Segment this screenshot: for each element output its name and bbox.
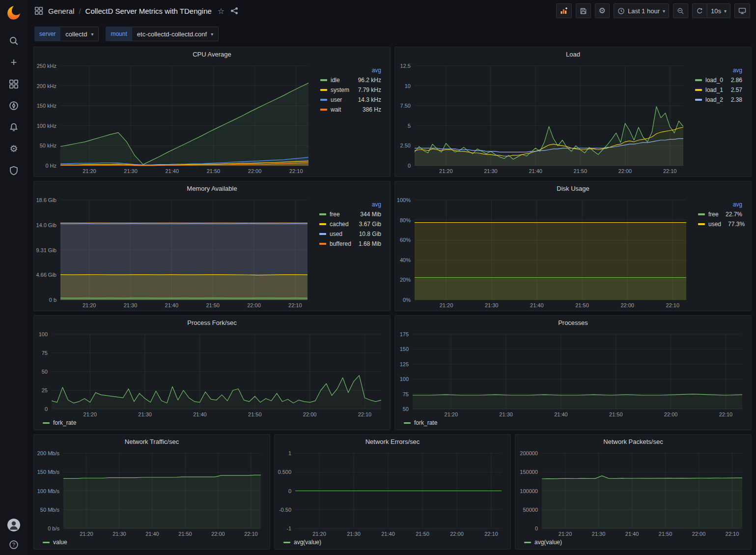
legend-item: free344 Mib: [314, 209, 385, 219]
svg-text:22:00: 22:00: [211, 531, 225, 537]
share-icon[interactable]: [230, 7, 238, 15]
sidebar: + ⚙: [0, 0, 28, 555]
grafana-logo-icon[interactable]: [5, 5, 22, 22]
chart-load[interactable]: 21:2021:3021:4021:5022:0022:1002.5057.50…: [396, 61, 690, 175]
chart-memory-available[interactable]: 21:2021:3021:4021:5022:0022:100 b4.66 Gi…: [35, 195, 314, 310]
legend-series-name: fork_rate: [414, 419, 437, 426]
chart-network-packets[interactable]: 21:2021:3021:4021:5022:0022:100500001000…: [516, 448, 749, 538]
panel-title[interactable]: Network Errors/sec: [275, 435, 510, 448]
panel-title[interactable]: Disk Usage: [395, 181, 751, 195]
chart-processes[interactable]: 21:2021:3021:4021:5022:0022:105075100125…: [396, 329, 749, 419]
svg-text:50000: 50000: [523, 507, 538, 513]
legend-item[interactable]: fork_rate: [404, 419, 437, 426]
legend-series-name[interactable]: free: [330, 211, 340, 218]
legend-series-name[interactable]: buffered: [330, 240, 351, 247]
chevron-down-icon: ▾: [724, 8, 727, 14]
svg-text:10: 10: [405, 83, 411, 89]
svg-text:22:00: 22:00: [618, 168, 632, 174]
search-icon[interactable]: [8, 35, 19, 46]
legend-series-name[interactable]: load_2: [705, 96, 723, 103]
svg-text:150: 150: [400, 346, 409, 352]
cycle-view-mode-button[interactable]: [734, 3, 750, 18]
chart-network-errors[interactable]: 21:2021:3021:4021:5022:0022:10-1-0.5000.…: [276, 448, 508, 538]
svg-text:21:20: 21:20: [439, 168, 453, 174]
legend-item[interactable]: avg(value): [524, 539, 562, 546]
legend-series-name[interactable]: load_1: [705, 87, 723, 93]
time-range-picker[interactable]: Last 1 hour ▾: [614, 3, 669, 18]
panel-title[interactable]: CPU Average: [34, 47, 390, 61]
variable-value-dropdown[interactable]: etc-collectd-collectd.conf ▾: [132, 27, 219, 41]
legend-series-name[interactable]: used: [708, 221, 721, 228]
variable-value-dropdown[interactable]: collectd ▾: [60, 27, 99, 41]
svg-text:21:50: 21:50: [574, 168, 588, 174]
svg-text:22:00: 22:00: [692, 531, 706, 537]
panel-title[interactable]: Memory Available: [34, 181, 390, 195]
svg-text:100 Mb/s: 100 Mb/s: [37, 488, 60, 494]
create-icon[interactable]: +: [8, 57, 19, 68]
zoom-out-button[interactable]: [673, 3, 688, 18]
chevron-down-icon: ▾: [663, 8, 665, 14]
svg-text:9.31 Gib: 9.31 Gib: [36, 247, 56, 253]
legend-swatch: [320, 109, 327, 111]
legend-series-name[interactable]: load_0: [705, 77, 723, 84]
svg-text:21:40: 21:40: [625, 531, 639, 537]
legend-series-name: avg(value): [294, 539, 321, 546]
chart-disk-usage[interactable]: 21:2021:3021:4021:5022:0022:100%20%40%60…: [396, 195, 693, 310]
chart-cpu-average[interactable]: 21:2021:3021:4021:5022:0022:100 Hz50 kHz…: [35, 61, 315, 175]
panel-title[interactable]: Processes: [395, 316, 751, 329]
dashboard-settings-button[interactable]: ⚙: [595, 3, 610, 18]
legend-series-value: 2.38: [731, 96, 742, 103]
legend: fork_rate: [396, 419, 749, 429]
configuration-gear-icon[interactable]: ⚙: [8, 144, 19, 154]
panel-title[interactable]: Network Traffic/sec: [34, 435, 270, 448]
sidebar-menu: + ⚙: [8, 35, 19, 176]
dashboard-title[interactable]: CollectD Server Metrics with TDengine: [85, 7, 212, 15]
legend-series-name[interactable]: user: [331, 96, 342, 103]
legend-item[interactable]: avg(value): [283, 539, 321, 546]
refresh-button[interactable]: [692, 3, 707, 18]
chart-process-fork[interactable]: 21:2021:3021:4021:5022:0022:100255075100: [35, 329, 388, 419]
legend: fork_rate: [35, 419, 388, 429]
variable-value: collectd: [65, 30, 87, 38]
server-admin-shield-icon[interactable]: [8, 165, 19, 176]
legend-series-name[interactable]: idle: [331, 77, 340, 84]
svg-text:250 kHz: 250 kHz: [37, 63, 56, 69]
explore-compass-icon[interactable]: [8, 100, 19, 111]
breadcrumb-section[interactable]: General: [48, 7, 74, 15]
legend-series-name[interactable]: system: [331, 87, 349, 93]
dashboard-grid-icon[interactable]: [34, 6, 43, 15]
dashboard-grid: CPU Average 21:2021:3021:4021:5022:0022:…: [28, 43, 756, 555]
svg-text:21:40: 21:40: [381, 531, 395, 537]
legend-series-name: fork_rate: [53, 419, 76, 426]
legend-series-name[interactable]: cached: [330, 221, 349, 228]
svg-text:14.0 Gib: 14.0 Gib: [36, 222, 56, 228]
svg-text:21:20: 21:20: [80, 531, 93, 537]
legend-series-name[interactable]: used: [330, 231, 342, 237]
legend-avg-header: avg: [690, 67, 746, 74]
chart-network-traffic[interactable]: 21:2021:3021:4021:5022:0022:100 b/s50 Mb…: [35, 448, 268, 538]
svg-text:175: 175: [400, 331, 409, 337]
panel-title[interactable]: Network Packets/sec: [515, 435, 751, 448]
star-icon[interactable]: ☆: [218, 6, 224, 16]
legend-series-name[interactable]: free: [708, 211, 719, 218]
dashboards-icon[interactable]: [8, 79, 19, 89]
user-avatar[interactable]: [7, 519, 20, 531]
legend-item[interactable]: fork_rate: [43, 419, 76, 426]
panel-title[interactable]: Process Fork/sec: [34, 316, 390, 329]
panel-title[interactable]: Load: [395, 47, 751, 61]
refresh-interval-dropdown[interactable]: 10s ▾: [707, 3, 730, 18]
svg-text:21:50: 21:50: [416, 531, 429, 537]
help-icon[interactable]: ?: [8, 539, 19, 550]
legend-item[interactable]: value: [43, 539, 67, 546]
svg-text:22:10: 22:10: [719, 411, 733, 417]
legend-series-name[interactable]: wait: [331, 106, 341, 113]
add-panel-button[interactable]: [556, 3, 572, 18]
save-dashboard-button[interactable]: [576, 3, 591, 18]
alerting-bell-icon[interactable]: [8, 122, 19, 133]
svg-text:21:20: 21:20: [312, 531, 326, 537]
svg-text:21:50: 21:50: [575, 302, 589, 308]
svg-text:21:40: 21:40: [145, 531, 159, 537]
legend-item: load_22.38: [690, 95, 746, 105]
svg-text:21:50: 21:50: [609, 411, 623, 417]
legend-series-value: 10.8 Gib: [359, 231, 381, 237]
